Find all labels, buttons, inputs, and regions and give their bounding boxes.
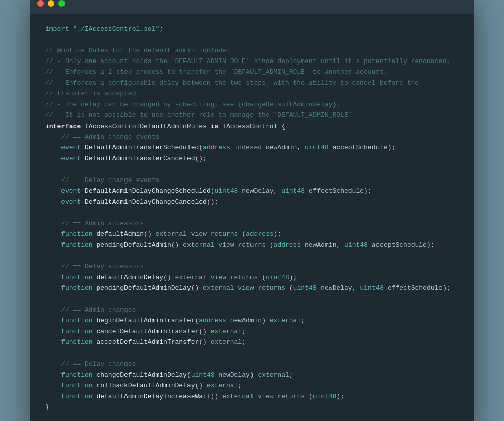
maximize-button[interactable] [58, 0, 65, 7]
close-button[interactable] [37, 0, 44, 7]
code-editor[interactable]: import "./IAccessControl.sol"; // @notic… [30, 14, 474, 421]
minimize-button[interactable] [48, 0, 54, 7]
code-window: import "./IAccessControl.sol"; // @notic… [30, 0, 474, 421]
titlebar [30, 0, 474, 14]
